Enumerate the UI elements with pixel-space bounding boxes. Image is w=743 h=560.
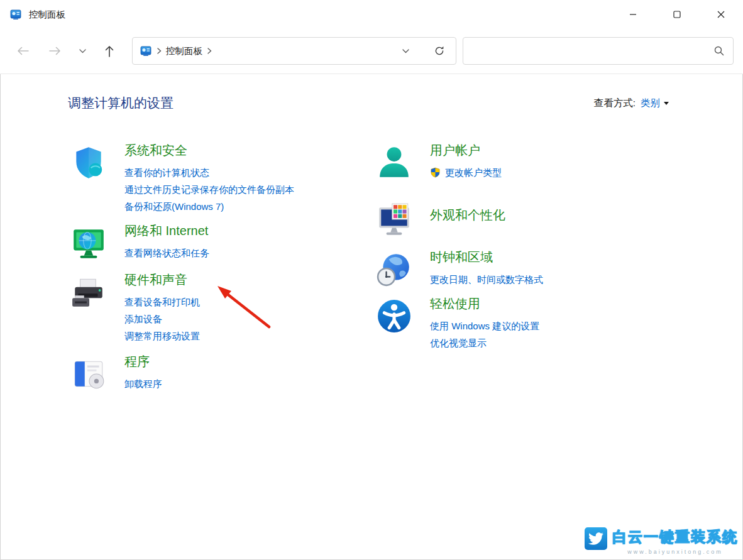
user-silhouette-icon[interactable]	[376, 145, 414, 184]
watermark-title: 白云一键重装系统	[612, 527, 738, 547]
program-window-icon[interactable]	[70, 356, 108, 395]
breadcrumb-control-panel-icon	[140, 45, 151, 57]
title-bar: 控制面板	[0, 0, 743, 29]
view-by-control: 查看方式: 类别	[594, 97, 669, 110]
recent-pages-chevron-icon[interactable]	[75, 42, 89, 60]
network-globe-monitor-icon[interactable]	[70, 225, 108, 264]
view-by-caret-icon	[664, 102, 669, 105]
link-change-account-type-label[interactable]: 更改帐户类型	[445, 164, 502, 181]
link-file-history-backup[interactable]: 通过文件历史记录保存你的文件备份副本	[124, 181, 294, 198]
category-appearance-personalization: 外观和个性化	[376, 198, 505, 241]
view-by-value[interactable]: 类别	[641, 97, 660, 110]
category-title-hardware-sound[interactable]: 硬件和声音	[124, 272, 200, 288]
category-system-security: 系统和安全 查看你的计算机状态 通过文件历史记录保存你的文件备份副本 备份和还原…	[70, 141, 294, 215]
navigation-bar: 控制面板	[0, 29, 743, 74]
address-bar[interactable]: 控制面板	[132, 37, 456, 65]
link-uninstall-program[interactable]: 卸载程序	[124, 375, 162, 392]
minimize-button[interactable]	[611, 0, 655, 29]
bird-logo-icon	[585, 527, 607, 550]
close-button[interactable]	[699, 0, 743, 29]
watermark-url: www.baiyunxitong.com	[627, 549, 723, 555]
breadcrumb-chevron-icon[interactable]	[207, 48, 212, 54]
refresh-icon[interactable]	[434, 46, 444, 56]
category-title-user-accounts[interactable]: 用户帐户	[430, 142, 502, 159]
category-title-appearance-personalization[interactable]: 外观和个性化	[430, 207, 505, 224]
back-icon[interactable]	[14, 42, 31, 60]
category-network-internet: 网络和 Internet 查看网络状态和任务	[70, 221, 209, 264]
search-input[interactable]	[472, 45, 714, 57]
category-title-clock-region[interactable]: 时钟和区域	[430, 249, 543, 266]
category-hardware-sound: 硬件和声音 查看设备和打印机 添加设备 调整常用移动设置	[70, 270, 200, 344]
forward-icon[interactable]	[47, 42, 64, 60]
uac-shield-icon	[430, 167, 441, 178]
link-change-account-type[interactable]: 更改帐户类型	[430, 164, 502, 181]
address-dropdown-chevron-icon[interactable]	[402, 49, 409, 53]
watermark: 白云一键重装系统 www.baiyunxitong.com	[585, 527, 738, 555]
ease-of-access-icon[interactable]	[376, 298, 414, 351]
control-panel-icon	[10, 8, 23, 21]
category-title-network-internet[interactable]: 网络和 Internet	[124, 222, 209, 239]
printer-icon[interactable]	[70, 274, 108, 344]
category-ease-of-access: 轻松使用 使用 Windows 建议的设置 优化视觉显示	[376, 294, 539, 351]
page-title: 调整计算机的设置	[68, 94, 173, 112]
link-change-date-time-format[interactable]: 更改日期、时间或数字格式	[430, 271, 543, 288]
category-title-programs[interactable]: 程序	[124, 353, 162, 370]
personalization-monitor-icon[interactable]	[376, 202, 414, 241]
maximize-button[interactable]	[655, 0, 699, 29]
category-user-accounts: 用户帐户 更改帐户类型	[376, 141, 502, 184]
up-icon[interactable]	[101, 42, 118, 60]
link-adjust-mobility-settings[interactable]: 调整常用移动设置	[124, 327, 200, 344]
clock-globe-icon[interactable]	[376, 251, 414, 290]
view-by-label: 查看方式:	[594, 97, 636, 110]
category-title-ease-of-access[interactable]: 轻松使用	[430, 295, 539, 312]
link-windows-suggested-settings[interactable]: 使用 Windows 建议的设置	[430, 317, 539, 334]
search-icon	[714, 46, 724, 56]
link-view-devices-printers[interactable]: 查看设备和打印机	[124, 294, 200, 310]
link-check-computer-status[interactable]: 查看你的计算机状态	[124, 164, 294, 181]
view-by-dropdown[interactable]: 类别	[641, 97, 669, 110]
category-programs: 程序 卸载程序	[70, 352, 162, 395]
link-add-device[interactable]: 添加设备	[124, 310, 200, 327]
red-annotation-arrow	[211, 283, 277, 336]
category-title-system-security[interactable]: 系统和安全	[124, 142, 294, 159]
link-backup-restore-win7[interactable]: 备份和还原(Windows 7)	[124, 198, 294, 215]
breadcrumb-item-control-panel[interactable]: 控制面板	[166, 45, 202, 57]
link-optimize-visual-display[interactable]: 优化视觉显示	[430, 334, 539, 351]
window-controls	[611, 0, 743, 29]
window-title: 控制面板	[29, 9, 65, 21]
security-shield-icon[interactable]	[70, 145, 108, 215]
category-clock-region: 时钟和区域 更改日期、时间或数字格式	[376, 248, 543, 290]
breadcrumb-chevron-icon[interactable]	[157, 48, 162, 54]
search-box[interactable]	[463, 37, 734, 65]
link-view-network-status[interactable]: 查看网络状态和任务	[124, 244, 209, 261]
